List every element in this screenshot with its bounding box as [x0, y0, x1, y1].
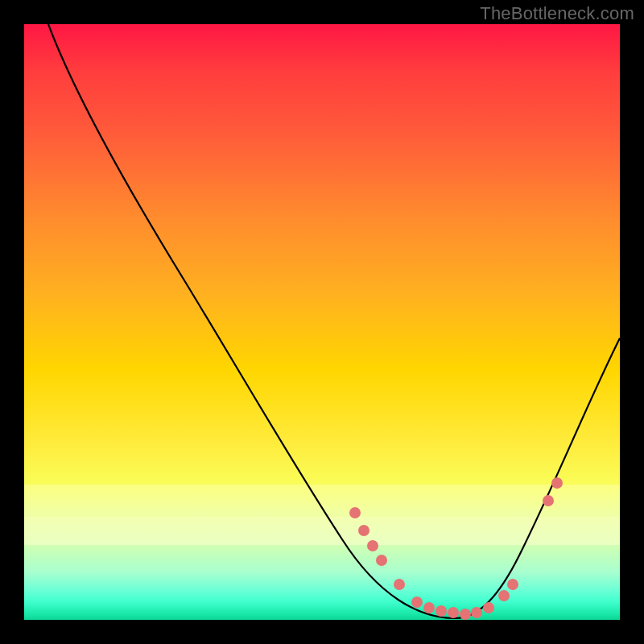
- highlight-dot: [349, 507, 361, 518]
- highlight-dot: [394, 579, 405, 590]
- bottleneck-curve: [48, 24, 620, 618]
- highlight-dot: [423, 602, 435, 613]
- highlight-dot: [460, 609, 471, 620]
- plot-area: [24, 24, 620, 620]
- highlight-dot: [436, 605, 447, 617]
- highlight-dot: [367, 540, 378, 551]
- highlight-dot: [507, 579, 518, 590]
- highlight-dot: [483, 602, 494, 613]
- highlight-dot: [543, 495, 554, 506]
- highlight-dot: [411, 597, 423, 608]
- highlight-dot: [358, 525, 369, 536]
- watermark-text: TheBottleneck.com: [480, 3, 634, 24]
- highlight-dot: [498, 590, 510, 601]
- highlight-dot: [551, 477, 563, 489]
- highlight-dot: [376, 555, 387, 566]
- curve-svg: [24, 24, 620, 620]
- highlight-dot: [448, 607, 459, 618]
- highlight-dot: [471, 607, 482, 618]
